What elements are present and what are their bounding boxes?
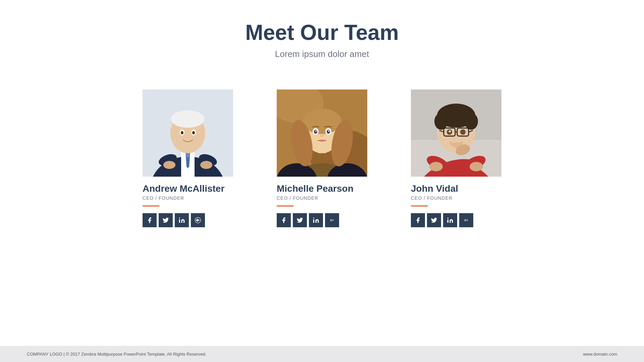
svg-rect-36 — [313, 220, 314, 223]
team-member-john: John Vidal CEO / FOUNDER G+ — [411, 89, 501, 227]
member-photo-john — [411, 89, 501, 177]
twitter-btn-michelle[interactable] — [293, 213, 307, 227]
svg-point-35 — [328, 130, 329, 132]
svg-text:G+: G+ — [196, 219, 200, 222]
member-photo-michelle — [277, 89, 367, 177]
page-subtitle: Lorem ipsum dolor amet — [275, 49, 369, 59]
svg-point-63 — [447, 218, 448, 219]
member-name-andrew: Andrew McAllister — [143, 183, 224, 194]
member-divider-michelle — [277, 205, 293, 206]
svg-point-52 — [465, 113, 478, 130]
main-content: Meet Our Team Lorem ipsum dolor amet — [0, 0, 644, 346]
member-divider-andrew — [143, 205, 159, 206]
twitter-btn-andrew[interactable] — [159, 213, 173, 227]
svg-text:G+: G+ — [464, 219, 468, 222]
svg-rect-16 — [179, 220, 180, 223]
member-name-john: John Vidal — [411, 183, 458, 194]
footer: COMPANY LOGO | © 2017 Zembra Multipurpos… — [0, 346, 644, 362]
svg-point-32 — [314, 130, 317, 134]
svg-point-60 — [449, 130, 451, 132]
social-icons-andrew: G+ — [143, 213, 205, 227]
team-member-andrew: Andrew McAllister CEO / FOUNDER G+ — [143, 89, 233, 227]
svg-point-7 — [171, 110, 205, 128]
member-name-michelle: Michelle Pearson — [277, 183, 354, 194]
svg-point-34 — [315, 130, 317, 132]
svg-point-59 — [460, 129, 466, 135]
footer-copyright: COMPANY LOGO | © 2017 Zembra Multipurpos… — [27, 352, 206, 357]
svg-point-15 — [200, 161, 212, 169]
svg-text:G+: G+ — [330, 219, 334, 222]
svg-point-37 — [313, 218, 314, 219]
member-divider-john — [411, 205, 428, 206]
linkedin-btn-michelle[interactable] — [309, 213, 323, 227]
team-grid: Andrew McAllister CEO / FOUNDER G+ — [143, 89, 501, 227]
linkedin-btn-john[interactable] — [443, 213, 457, 227]
svg-point-10 — [181, 131, 183, 134]
svg-point-14 — [163, 161, 175, 169]
svg-point-17 — [179, 218, 180, 219]
member-title-michelle: CEO / FOUNDER — [277, 195, 318, 201]
svg-point-51 — [434, 113, 448, 130]
svg-point-11 — [192, 131, 195, 134]
team-member-michelle: Michelle Pearson CEO / FOUNDER G+ — [277, 89, 367, 227]
member-title-andrew: CEO / FOUNDER — [143, 195, 184, 201]
footer-domain: www.domain.com — [583, 352, 617, 357]
social-icons-john: G+ — [411, 213, 473, 227]
facebook-btn-john[interactable] — [411, 213, 425, 227]
page-title: Meet Our Team — [245, 20, 399, 45]
svg-point-45 — [429, 162, 443, 171]
svg-point-33 — [327, 130, 330, 134]
facebook-btn-andrew[interactable] — [143, 213, 157, 227]
googleplus-btn-michelle[interactable]: G+ — [325, 213, 339, 227]
svg-point-46 — [470, 162, 483, 171]
twitter-btn-john[interactable] — [427, 213, 441, 227]
googleplus-btn-andrew[interactable]: G+ — [191, 213, 205, 227]
linkedin-btn-andrew[interactable] — [175, 213, 189, 227]
member-title-john: CEO / FOUNDER — [411, 195, 452, 201]
svg-rect-62 — [447, 220, 448, 223]
member-photo-andrew — [143, 89, 233, 177]
social-icons-michelle: G+ — [277, 213, 339, 227]
googleplus-btn-john[interactable]: G+ — [459, 213, 473, 227]
facebook-btn-michelle[interactable] — [277, 213, 291, 227]
